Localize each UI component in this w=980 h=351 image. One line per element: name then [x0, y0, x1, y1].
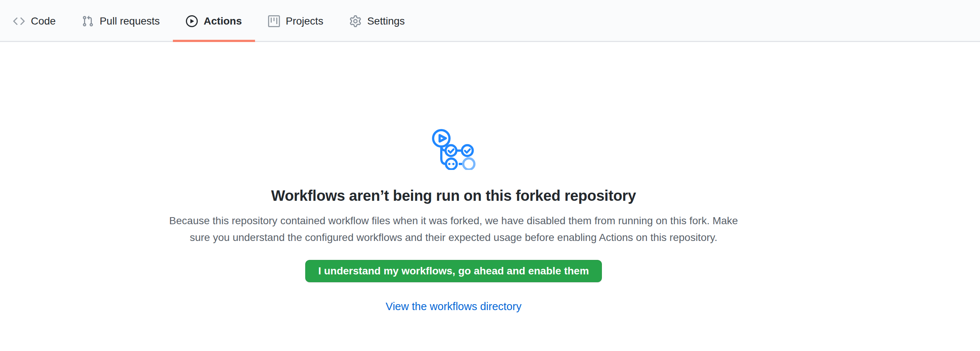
project-icon [268, 15, 280, 27]
actions-blankslate: Workflows aren’t being run on this forke… [0, 42, 907, 313]
blankslate-description-line: Because this repository contained workfl… [169, 212, 738, 229]
workflow-graph-icon [431, 126, 476, 170]
blankslate-description-line: sure you understand the configured workf… [169, 229, 738, 246]
code-icon [13, 15, 25, 27]
tab-label: Actions [204, 15, 242, 27]
gear-icon [350, 15, 361, 27]
tab-label: Code [31, 15, 56, 27]
tab-actions[interactable]: Actions [173, 0, 255, 42]
tab-label: Pull requests [100, 15, 160, 27]
workflows-directory-link[interactable]: View the workflows directory [385, 300, 521, 313]
blankslate-heading: Workflows aren’t being run on this forke… [271, 187, 636, 204]
tab-label: Projects [286, 15, 323, 27]
tab-pull-requests[interactable]: Pull requests [69, 0, 173, 42]
enable-workflows-button[interactable]: I understand my workflows, go ahead and … [305, 260, 602, 282]
tab-settings[interactable]: Settings [336, 0, 418, 42]
repo-nav: Code Pull requests Actions Projects Sett… [0, 0, 980, 42]
tab-code[interactable]: Code [0, 0, 69, 42]
tab-projects[interactable]: Projects [255, 0, 336, 42]
play-icon [186, 15, 198, 27]
blankslate-description: Because this repository contained workfl… [169, 212, 738, 246]
tab-label: Settings [368, 15, 405, 27]
git-pull-request-icon [82, 15, 94, 27]
